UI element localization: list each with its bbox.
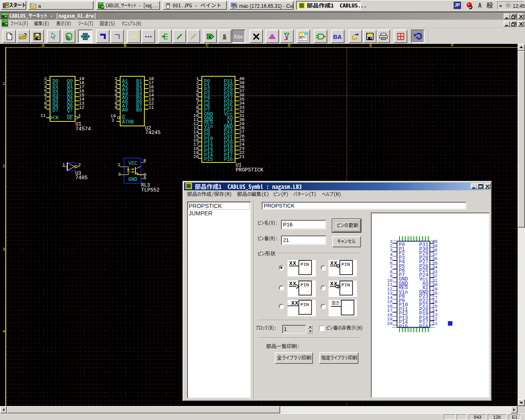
svg-text:D: D [288,44,291,48]
svg-text:BA: BA [333,33,342,40]
svg-text:9: 9 [114,105,117,110]
svg-text:11: 11 [148,105,154,110]
svg-text:21: 21 [239,154,245,159]
svg-text:D7: D7 [52,107,58,113]
svg-text:1: 1 [2,81,5,86]
svg-text:PROPSTICK: PROPSTICK [236,167,264,173]
svg-text:Abc: Abc [233,34,244,40]
svg-text:VCC: VCC [128,161,137,167]
svg-text:3: 3 [2,247,5,252]
svg-text:74574: 74574 [75,126,91,132]
svg-text:C: C [206,44,209,48]
svg-text:21: 21 [432,321,438,326]
svg-text:P15: P15 [399,324,408,330]
svg-text:S: S [208,34,211,39]
svg-text:E: E [370,44,372,48]
svg-text:B: B [124,44,127,48]
svg-text:P15: P15 [204,157,213,162]
svg-text:PIN: PIN [301,282,309,288]
svg-text:11: 11 [40,113,46,118]
svg-text:XX: XX [330,281,338,287]
svg-text:1: 1 [62,162,65,167]
svg-text:CK: CK [53,115,59,121]
svg-text:3: 3 [118,172,121,177]
svg-text:5: 5 [144,176,146,180]
svg-text:CADLUS: CADLUS [2,14,8,15]
svg-text:20: 20 [193,154,199,159]
svg-text:12: 12 [79,105,84,110]
svg-text:7405: 7405 [75,175,88,181]
svg-text:XX: XX [330,260,338,266]
svg-text:74245: 74245 [145,130,161,136]
svg-text:PIN: PIN [342,282,350,288]
svg-text:2: 2 [2,164,5,169]
svg-text:P16: P16 [224,157,233,162]
svg-text:XX: XX [289,281,297,287]
svg-text:PIN: PIN [342,262,350,267]
svg-text:PIN: PIN [301,262,309,267]
svg-text:TLP552: TLP552 [141,187,160,193]
svg-text:OE: OE [67,115,73,121]
svg-text:8: 8 [144,158,146,163]
svg-text:Q7: Q7 [67,107,73,113]
svg-text:1: 1 [78,113,81,118]
svg-text:XX: XX [289,260,297,266]
svg-text:PIN: PIN [301,302,309,307]
svg-text:2: 2 [78,162,81,167]
svg-text:ATOB: ATOB [122,119,134,125]
svg-text:F: F [451,44,454,48]
svg-text:A8: A8 [122,107,128,113]
svg-text:B8: B8 [136,107,142,113]
svg-text:GND: GND [128,177,137,183]
svg-text:A: A [42,44,45,48]
svg-text:4: 4 [2,329,5,334]
svg-text:1: 1 [112,118,114,123]
svg-text:20: 20 [387,321,393,326]
svg-text:P16: P16 [419,324,429,330]
svg-text:9: 9 [44,105,47,110]
svg-text:XX: XX [291,300,299,306]
